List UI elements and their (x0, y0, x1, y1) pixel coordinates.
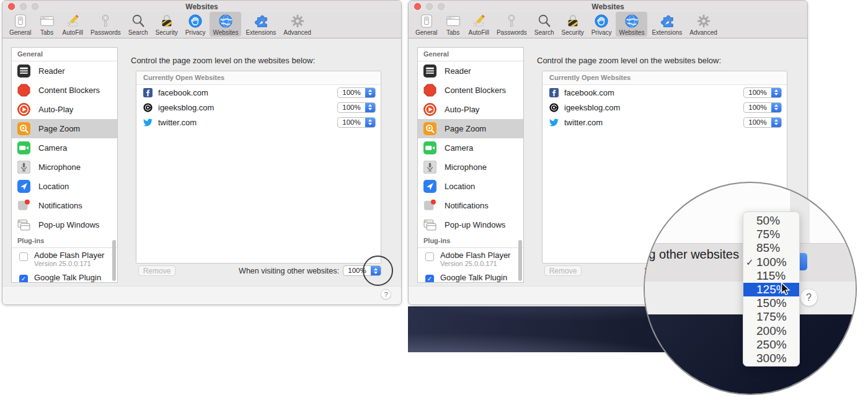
toolbar-tab-search[interactable]: Search (531, 12, 557, 37)
stepper-arrows-icon[interactable] (365, 118, 375, 127)
zoom-option-75[interactable]: 75% (743, 228, 799, 241)
toolbar-tab-general[interactable]: General (6, 12, 35, 37)
toolbar-tab-privacy[interactable]: Privacy (588, 12, 615, 37)
remove-button[interactable]: Remove (544, 265, 582, 276)
toolbar-tab-tabs[interactable]: Tabs (442, 12, 464, 37)
window-title: Websites (409, 2, 807, 11)
stepper-arrows-icon[interactable] (771, 88, 781, 97)
toolbar-tab-extensions[interactable]: Extensions (649, 12, 685, 37)
sidebar-item-microphone[interactable]: Microphone (12, 158, 117, 177)
website-row[interactable]: igeeksblog.com 100% (136, 100, 381, 115)
plugin-checkbox[interactable] (19, 252, 28, 261)
zoom-option-250[interactable]: 250% (743, 338, 799, 352)
toolbar-tab-passwords[interactable]: Passwords (494, 12, 530, 37)
sidebar-item-reader[interactable]: Reader (12, 61, 117, 81)
sidebar-item-page-zoom[interactable]: Page Zoom (12, 119, 117, 138)
stepper-arrows-icon[interactable] (771, 118, 781, 127)
zoom-option-50[interactable]: 50% (743, 214, 799, 228)
sidebar-item-label: Auto-Play (445, 105, 479, 114)
toolbar-tab-label: Search (534, 29, 554, 36)
stepper-arrows-icon[interactable] (365, 88, 375, 97)
privacy-icon (187, 13, 203, 29)
zoom-option-200[interactable]: 200% (743, 324, 799, 338)
stepper-arrows-icon[interactable] (365, 103, 375, 112)
sidebar-item-google-talk-plugin[interactable]: ✓ Google Talk Plugin Version 5.41.3.0 (418, 270, 523, 283)
magnifier-circle: ting other websites ? 50% 75% 85% ✓ 100%… (644, 182, 857, 395)
website-zoom-select[interactable]: 100% (337, 117, 376, 128)
zoom-option-115[interactable]: 115% (743, 269, 799, 283)
sidebar-section-header: Plug-ins (12, 234, 117, 248)
plugin-checkbox[interactable] (425, 252, 434, 261)
sidebar-item-content-blockers[interactable]: Content Blockers (12, 81, 117, 100)
website-row[interactable]: twitter.com 100% (542, 115, 787, 130)
toolbar-tab-websites[interactable]: Websites (616, 12, 647, 37)
plugin-checkbox[interactable]: ✓ (19, 275, 28, 283)
toolbar-tab-general[interactable]: General (412, 12, 441, 37)
toolbar-tab-tabs[interactable]: Tabs (36, 12, 58, 37)
sidebar-item-auto-play[interactable]: Auto-Play (12, 100, 117, 119)
magnified-help-button[interactable]: ? (800, 288, 818, 306)
sidebar-item-popup-windows[interactable]: Pop-up Windows (12, 215, 117, 234)
toolbar-tab-advanced[interactable]: Advanced (686, 12, 720, 37)
toolbar-tab-passwords[interactable]: Passwords (87, 12, 124, 37)
toolbar-tab-extensions[interactable]: Extensions (242, 12, 279, 37)
zoom-option-175[interactable]: 175% (743, 310, 799, 324)
website-domain: twitter.com (158, 118, 337, 127)
sidebar-item-camera[interactable]: Camera (12, 138, 117, 158)
remove-button[interactable]: Remove (138, 265, 175, 276)
sidebar-item-popup-windows[interactable]: Pop-up Windows (418, 215, 523, 234)
website-zoom-select[interactable]: 100% (743, 117, 782, 128)
sidebar-item-location[interactable]: Location (418, 177, 523, 196)
sidebar-item-auto-play[interactable]: Auto-Play (418, 100, 523, 119)
advanced-icon (290, 13, 306, 29)
magnified-other-websites-label: ting other websites (644, 247, 739, 262)
toolbar-tab-advanced[interactable]: Advanced (280, 12, 314, 37)
other-websites-label: When visiting other websites: (188, 267, 339, 275)
sidebar: General Reader Content Blockers Auto-Pla… (417, 47, 524, 283)
zoom-option-100[interactable]: ✓ 100% (743, 256, 799, 269)
plugin-label: Adobe Flash Player (440, 251, 510, 260)
zoom-option-label: 250% (756, 338, 787, 351)
toolbar-tab-privacy[interactable]: Privacy (182, 12, 209, 37)
website-row[interactable]: facebook.com 100% (542, 85, 787, 100)
sidebar-item-reader[interactable]: Reader (418, 61, 523, 81)
help-button[interactable]: ? (381, 289, 391, 300)
sidebar-scrollbar[interactable] (112, 240, 116, 281)
sidebar-item-label: Camera (445, 143, 473, 153)
sidebar-scrollbar[interactable] (518, 240, 522, 281)
popup-windows-icon (17, 218, 30, 231)
page-zoom-heading: Control the page zoom level on the websi… (131, 56, 315, 65)
zoom-option-85[interactable]: 85% (743, 241, 799, 255)
toolbar-tab-security[interactable]: Security (559, 12, 587, 37)
zoom-option-150[interactable]: 150% (743, 296, 799, 310)
toolbar-tab-search[interactable]: Search (125, 12, 151, 37)
sidebar-item-page-zoom[interactable]: Page Zoom (418, 119, 523, 138)
website-zoom-select[interactable]: 100% (743, 102, 782, 113)
sidebar-item-camera[interactable]: Camera (418, 138, 523, 158)
sidebar-item-adobe-flash-player[interactable]: Adobe Flash Player Version 25.0.0.171 (12, 248, 117, 270)
toolbar-tab-label: Tabs (40, 29, 53, 36)
toolbar-tab-autofill[interactable]: AutoFill (466, 12, 492, 37)
toolbar-tab-label: Privacy (591, 29, 612, 36)
zoom-option-300[interactable]: 300% (743, 352, 799, 365)
toolbar-tab-security[interactable]: Security (153, 12, 181, 37)
sidebar-item-google-talk-plugin[interactable]: ✓ Google Talk Plugin Version 5.41.3.0 (12, 270, 117, 283)
toolbar-tab-websites[interactable]: Websites (210, 12, 241, 37)
sidebar-item-notifications[interactable]: Notifications (12, 196, 117, 215)
website-zoom-select[interactable]: 100% (743, 87, 782, 98)
plugin-checkbox[interactable]: ✓ (425, 275, 434, 283)
website-row[interactable]: twitter.com 100% (136, 115, 381, 130)
website-zoom-select[interactable]: 100% (337, 102, 376, 113)
sidebar-item-content-blockers[interactable]: Content Blockers (418, 81, 523, 100)
toolbar-tab-autofill[interactable]: AutoFill (60, 12, 86, 37)
stepper-arrows-icon[interactable] (771, 103, 781, 112)
sidebar-item-location[interactable]: Location (12, 177, 117, 196)
reader-icon (17, 64, 30, 78)
website-row[interactable]: igeeksblog.com 100% (542, 100, 787, 115)
website-zoom-select[interactable]: 100% (337, 87, 376, 98)
toolbar-tab-label: General (415, 29, 438, 36)
sidebar-item-notifications[interactable]: Notifications (418, 196, 523, 215)
sidebar-item-microphone[interactable]: Microphone (418, 158, 523, 177)
website-row[interactable]: facebook.com 100% (136, 85, 381, 100)
sidebar-item-adobe-flash-player[interactable]: Adobe Flash Player Version 25.0.0.171 (418, 248, 523, 270)
